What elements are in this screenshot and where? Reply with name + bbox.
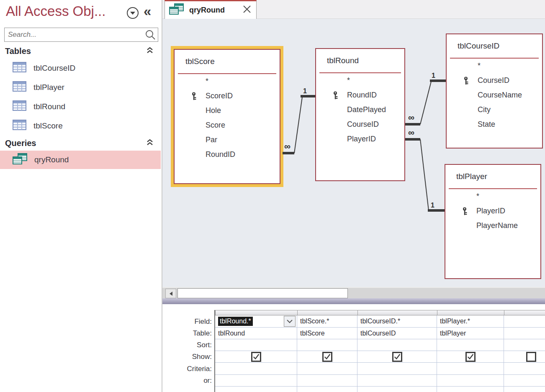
- grid-column-selector[interactable]: [437, 310, 504, 315]
- relationship-tblcourseid-tblround[interactable]: ∞1: [405, 72, 446, 124]
- grid-column-selector[interactable]: [215, 310, 298, 315]
- many-cardinality-label: ∞: [408, 113, 414, 122]
- grid-cell-or2-col2[interactable]: [297, 387, 357, 392]
- show-checkbox[interactable]: [392, 352, 402, 362]
- circle-chevron-down-icon: [126, 6, 139, 20]
- grid-cell-or2-col1[interactable]: [215, 387, 297, 392]
- grid-cell-table-col2[interactable]: tblScore: [297, 328, 357, 339]
- table-icon: [13, 100, 27, 113]
- nav-item-label: tblRound: [33, 102, 65, 111]
- sidebar-item-tblcourseid[interactable]: tblCourseID: [0, 59, 161, 78]
- grid-cell-or-col3[interactable]: [357, 375, 437, 387]
- grid-cell-criteria-col1[interactable]: [215, 363, 297, 375]
- tab-label: qryRound: [189, 6, 237, 15]
- nav-pane-title[interactable]: All Access Obj...: [6, 3, 105, 19]
- grid-cell-field-col1[interactable]: tblRound.*: [215, 315, 297, 328]
- tab-qryround[interactable]: qryRound: [165, 0, 257, 19]
- search-icon[interactable]: [143, 28, 158, 41]
- document-area: qryRound tblScore*ScoreIDHoleScoreParRou…: [162, 0, 545, 392]
- grid-cell-or2-col4[interactable]: [437, 387, 504, 392]
- access-window: All Access Obj... « TablestblCourseIDtbl…: [0, 0, 545, 392]
- nav-section-label: Queries: [5, 138, 36, 148]
- show-checkbox[interactable]: [322, 352, 332, 362]
- grid-cell-or-col5[interactable]: [504, 375, 545, 387]
- nav-sections: TablestblCourseIDtblPlayertblRoundtblSco…: [0, 44, 161, 169]
- sidebar-item-tblscore[interactable]: tblScore: [0, 116, 161, 136]
- table-icon: [13, 120, 27, 133]
- grid-cell-or-col2[interactable]: [297, 375, 357, 387]
- grid-cell-criteria-col5[interactable]: [504, 363, 545, 375]
- grid-cell-criteria-col3[interactable]: [357, 363, 437, 375]
- grid-row-label-table: Table:: [162, 329, 212, 338]
- grid-cell-criteria-col4[interactable]: [437, 363, 504, 375]
- collapse-section-icon[interactable]: [146, 138, 154, 149]
- nav-item-label: tblPlayer: [33, 83, 64, 92]
- grid-cell-or2-col3[interactable]: [357, 387, 437, 392]
- grid-cell-sort-col5[interactable]: [504, 339, 545, 351]
- grid-column-selector[interactable]: [297, 310, 358, 315]
- tab-close-icon[interactable]: [242, 4, 252, 16]
- relationship-lines: ∞1∞1∞1: [162, 19, 545, 287]
- left-arrow-icon: [169, 291, 173, 296]
- grid-cell-sort-col1[interactable]: [215, 339, 297, 351]
- relationship-tblround-tblscore[interactable]: ∞1: [283, 87, 315, 153]
- grid-cell-sort-col3[interactable]: [357, 339, 437, 351]
- sidebar-item-tblplayer[interactable]: tblPlayer: [0, 78, 161, 97]
- grid-cell-show-col2[interactable]: [297, 351, 357, 363]
- navigation-pane: All Access Obj... « TablestblCourseIDtbl…: [0, 0, 162, 392]
- grid-cell-field-col5[interactable]: [504, 315, 545, 328]
- nav-pane-menu-button[interactable]: [126, 6, 139, 20]
- one-cardinality-label: 1: [431, 202, 434, 209]
- one-cardinality-label: 1: [303, 87, 307, 95]
- grid-cell-table-col3[interactable]: tblCourseID: [357, 328, 437, 339]
- grid-cell-or-col1[interactable]: [215, 375, 297, 387]
- search-input[interactable]: [5, 28, 143, 41]
- grid-cell-table-col5[interactable]: [504, 328, 545, 339]
- query-design-grid: Field:Table:Sort:Show:Criteria:or:tblRou…: [162, 304, 545, 392]
- diagram-horizontal-scrollbar[interactable]: [162, 287, 545, 298]
- query-icon: [13, 153, 28, 167]
- search-box: [4, 28, 158, 42]
- show-checkbox[interactable]: [465, 352, 476, 362]
- grid-cell-sort-col2[interactable]: [297, 339, 357, 351]
- grid-cell-field-col2[interactable]: tblScore.*: [297, 315, 357, 328]
- one-cardinality-label: 1: [432, 72, 435, 79]
- grid-cell-or2-col5[interactable]: [504, 387, 545, 392]
- grid-cell-field-col4[interactable]: tblPlayer.*: [437, 315, 504, 328]
- show-checkbox[interactable]: [526, 352, 536, 362]
- grid-cell-table-col4[interactable]: tblPlayer: [437, 328, 504, 339]
- grid-cell-show-col5[interactable]: [504, 351, 545, 363]
- sidebar-item-qryround[interactable]: qryRound: [0, 151, 161, 169]
- query-design-canvas[interactable]: tblScore*ScoreIDHoleScoreParRoundIDtblRo…: [162, 19, 545, 287]
- grid-cell-criteria-col2[interactable]: [297, 363, 357, 375]
- pane-splitter[interactable]: [162, 298, 545, 304]
- grid-cell-show-col4[interactable]: [437, 351, 504, 363]
- grid-cell-field-col3[interactable]: tblCourseID.*: [357, 315, 437, 328]
- grid-column-selector[interactable]: [504, 310, 545, 315]
- grid-row-label-show: Show:: [162, 353, 212, 361]
- collapse-section-icon[interactable]: [146, 46, 154, 56]
- shutter-bar-collapse-icon[interactable]: «: [144, 3, 151, 20]
- grid-row-label-or: or:: [162, 377, 212, 385]
- grid-cell-show-col3[interactable]: [357, 351, 437, 363]
- many-cardinality-label: ∞: [284, 141, 290, 151]
- many-cardinality-label: ∞: [408, 128, 414, 137]
- grid-cell-table-col1[interactable]: tblRound: [215, 328, 297, 339]
- sidebar-item-tblround[interactable]: tblRound: [0, 97, 161, 116]
- grid-column-selector[interactable]: [357, 310, 437, 315]
- grid-row-label-sort: Sort:: [162, 341, 212, 349]
- grid-cell-sort-col4[interactable]: [437, 339, 504, 351]
- nav-item-label: qryRound: [34, 155, 69, 164]
- nav-section-header-queries[interactable]: Queries: [0, 136, 161, 151]
- grid-cell-or-col4[interactable]: [437, 375, 504, 387]
- table-icon: [13, 81, 27, 94]
- nav-section-header-tables[interactable]: Tables: [0, 44, 161, 59]
- relationship-tblplayer-tblround[interactable]: ∞1: [405, 128, 445, 210]
- selected-field-value: tblRound.*: [218, 317, 253, 326]
- nav-section-label: Tables: [5, 46, 31, 56]
- scrollbar-thumb[interactable]: [177, 288, 348, 298]
- scroll-left-button[interactable]: [165, 289, 176, 298]
- grid-cell-show-col1[interactable]: [215, 351, 297, 363]
- show-checkbox[interactable]: [251, 352, 261, 362]
- grid-row-label-field: Field:: [162, 318, 212, 326]
